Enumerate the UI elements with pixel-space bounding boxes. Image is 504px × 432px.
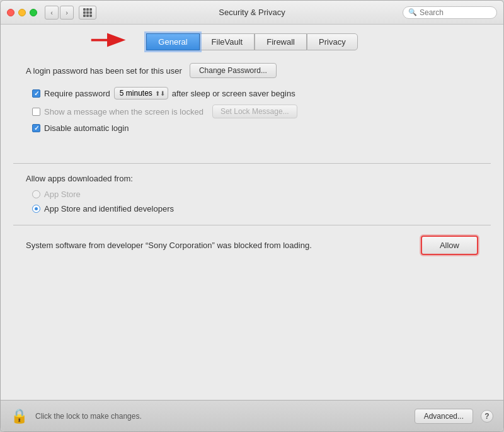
app-store-identified-radio-row: App Store and identified developers — [26, 204, 478, 213]
window-buttons — [7, 9, 37, 16]
advanced-button[interactable]: Advanced... — [415, 409, 473, 424]
minimize-button[interactable] — [18, 9, 26, 16]
lock-text: Click the lock to make changes. — [35, 412, 407, 421]
app-store-radio-row: App Store — [26, 190, 478, 199]
set-lock-message-button[interactable]: Set Lock Message... — [212, 105, 297, 118]
login-password-text: A login password has been set for this u… — [26, 66, 182, 76]
close-button[interactable] — [7, 9, 14, 16]
app-store-identified-radio[interactable] — [32, 205, 40, 213]
tabs-row: General FileVault Firewall Privacy — [1, 25, 503, 57]
password-row: A login password has been set for this u… — [26, 63, 478, 78]
allow-apps-section: Allow apps downloaded from: App Store Ap… — [1, 164, 503, 225]
spacer-1 — [1, 144, 503, 163]
password-section: A login password has been set for this u… — [1, 57, 503, 144]
lock-icon[interactable]: 🔒 — [11, 408, 28, 424]
help-button[interactable]: ? — [481, 410, 493, 423]
main-content: General FileVault Firewall Privacy A log… — [1, 25, 503, 400]
blocked-message: System software from developer “Sony Cor… — [26, 239, 411, 252]
arrow-indicator — [89, 31, 127, 50]
show-message-checkbox[interactable] — [32, 108, 40, 116]
app-store-label: App Store — [44, 190, 81, 199]
change-password-button[interactable]: Change Password... — [190, 63, 277, 78]
tab-firewall[interactable]: Firewall — [255, 33, 307, 50]
app-store-radio[interactable] — [32, 190, 40, 198]
titlebar: ‹ › Security & Privacy 🔍 — [1, 1, 503, 25]
require-password-label: Require password — [44, 89, 110, 98]
dropdown-value: 5 minutes — [120, 89, 152, 98]
dropdown-arrow-icon: ⬆⬇ — [155, 90, 165, 97]
after-sleep-label: after sleep or screen saver begins — [172, 89, 295, 98]
search-icon: 🔍 — [408, 8, 417, 16]
disable-login-label: Disable automatic login — [44, 123, 129, 133]
allow-button[interactable]: Allow — [421, 236, 478, 255]
tab-privacy[interactable]: Privacy — [307, 33, 358, 50]
disable-login-checkbox[interactable] — [32, 124, 40, 132]
allow-apps-heading: Allow apps downloaded from: — [26, 174, 478, 183]
zoom-button[interactable] — [30, 9, 37, 16]
require-password-row: Require password 5 minutes ⬆⬇ after slee… — [26, 87, 478, 99]
disable-login-row: Disable automatic login — [26, 123, 478, 133]
grid-view-button[interactable] — [79, 6, 96, 20]
require-password-checkbox[interactable] — [32, 89, 40, 98]
search-input[interactable] — [420, 8, 491, 17]
window-title: Security & Privacy — [219, 8, 285, 17]
search-box[interactable]: 🔍 — [403, 6, 497, 19]
grid-icon — [83, 8, 92, 17]
show-message-row: Show a message when the screen is locked… — [26, 105, 478, 118]
tab-general[interactable]: General — [146, 33, 199, 50]
window: ‹ › Security & Privacy 🔍 — [0, 0, 504, 432]
tab-filevault[interactable]: FileVault — [200, 33, 255, 50]
blocked-section: System software from developer “Sony Cor… — [1, 225, 503, 261]
forward-button[interactable]: › — [60, 6, 74, 20]
app-store-identified-label: App Store and identified developers — [44, 204, 174, 213]
back-button[interactable]: ‹ — [45, 6, 59, 20]
nav-buttons: ‹ › — [45, 6, 74, 20]
bottom-bar: 🔒 Click the lock to make changes. Advanc… — [1, 400, 503, 431]
show-message-label: Show a message when the screen is locked — [44, 107, 203, 117]
password-timeout-dropdown[interactable]: 5 minutes ⬆⬇ — [114, 87, 168, 99]
